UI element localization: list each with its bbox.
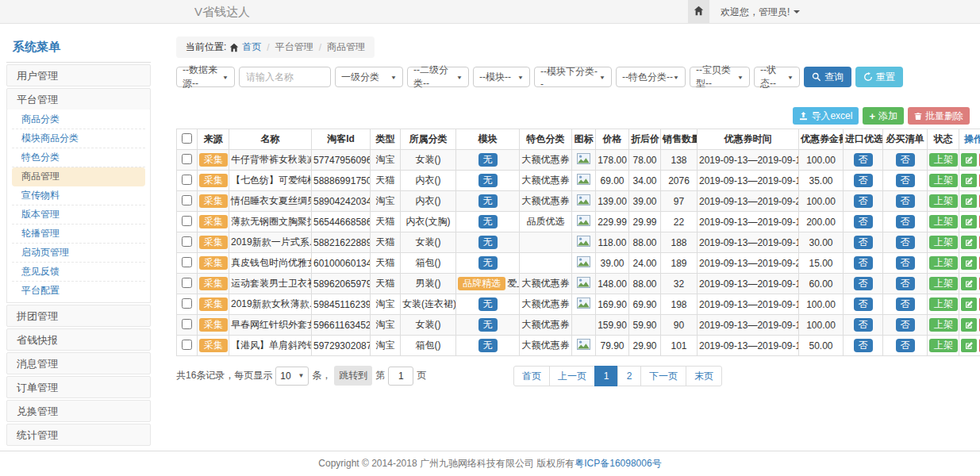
import-select-toggle[interactable]: 否: [854, 236, 873, 249]
import-select-toggle[interactable]: 否: [854, 194, 873, 208]
import-select-toggle[interactable]: 否: [854, 215, 873, 228]
query-button[interactable]: 查询: [804, 67, 851, 87]
row-checkbox[interactable]: [182, 319, 192, 329]
import-select-toggle[interactable]: 否: [854, 153, 873, 167]
per-page-select[interactable]: 10 ▼: [275, 367, 309, 386]
must-buy-toggle[interactable]: 否: [896, 318, 915, 332]
level2-category-select[interactable]: --二级分类--▼: [407, 67, 469, 87]
sidebar-item-8[interactable]: 轮播管理: [12, 225, 145, 244]
sidebar-item-17[interactable]: 统计管理: [6, 424, 151, 446]
must-buy-toggle[interactable]: 否: [896, 236, 915, 249]
import-select-toggle[interactable]: 否: [854, 318, 873, 332]
sidebar-item-1[interactable]: 平台管理: [6, 88, 151, 110]
sidebar-item-3[interactable]: 模块商品分类: [12, 129, 145, 148]
status-toggle[interactable]: 上架: [929, 194, 958, 208]
edit-button[interactable]: [961, 318, 977, 332]
sidebar-item-7[interactable]: 版本管理: [12, 205, 145, 225]
edit-button[interactable]: [961, 277, 977, 290]
must-buy-toggle[interactable]: 否: [896, 194, 915, 208]
module-badge[interactable]: 无: [478, 339, 498, 352]
module-select[interactable]: --模块--▼: [473, 67, 530, 87]
edit-button[interactable]: [961, 256, 977, 270]
row-checkbox[interactable]: [182, 175, 192, 185]
edit-button[interactable]: [961, 215, 977, 228]
breadcrumb-home-link[interactable]: 首页: [242, 40, 261, 54]
edit-button[interactable]: [961, 174, 977, 187]
status-toggle[interactable]: 上架: [929, 298, 958, 311]
must-buy-toggle[interactable]: 否: [896, 174, 915, 187]
row-checkbox[interactable]: [182, 340, 192, 350]
import-select-toggle[interactable]: 否: [854, 174, 873, 187]
sidebar-item-0[interactable]: 用户管理: [6, 64, 151, 86]
must-buy-toggle[interactable]: 否: [896, 339, 915, 352]
row-checkbox[interactable]: [182, 216, 192, 226]
module-badge[interactable]: 品牌精选: [458, 277, 505, 290]
module-badge[interactable]: 无: [478, 153, 498, 167]
import-excel-button[interactable]: 导入excel: [793, 107, 859, 125]
batch-delete-button[interactable]: 批量删除: [908, 107, 970, 125]
module-badge[interactable]: 无: [478, 194, 498, 208]
must-buy-toggle[interactable]: 否: [896, 215, 915, 228]
must-buy-toggle[interactable]: 否: [896, 256, 915, 270]
row-checkbox[interactable]: [182, 257, 192, 267]
pager-button-4[interactable]: 下一页: [640, 366, 686, 386]
sidebar-item-9[interactable]: 启动页管理: [12, 244, 145, 263]
row-checkbox[interactable]: [182, 298, 192, 309]
row-checkbox[interactable]: [182, 195, 192, 205]
status-toggle[interactable]: 上架: [929, 153, 958, 167]
jump-button[interactable]: 跳转到: [334, 366, 372, 386]
must-buy-toggle[interactable]: 否: [896, 277, 915, 290]
sidebar-item-2[interactable]: 商品分类: [12, 110, 145, 129]
module-badge[interactable]: 无: [478, 215, 498, 228]
user-menu[interactable]: 欢迎您，管理员!: [721, 6, 800, 19]
edit-button[interactable]: [961, 236, 977, 249]
must-buy-toggle[interactable]: 否: [896, 298, 915, 311]
home-button[interactable]: [688, 0, 709, 24]
status-toggle[interactable]: 上架: [929, 256, 958, 270]
module-badge[interactable]: 无: [478, 256, 498, 270]
pager-button-3[interactable]: 2: [617, 366, 641, 386]
add-button[interactable]: + 添加: [863, 107, 904, 125]
sidebar-item-6[interactable]: 宣传物料: [12, 186, 145, 205]
sidebar-item-4[interactable]: 特色分类: [12, 148, 145, 167]
select-all-checkbox[interactable]: [182, 133, 192, 144]
feature-category-select[interactable]: --特色分类--▼: [616, 67, 686, 87]
pager-button-5[interactable]: 末页: [686, 366, 722, 386]
status-toggle[interactable]: 上架: [929, 174, 958, 187]
item-type-select[interactable]: --宝贝类型--▼: [690, 67, 750, 87]
import-select-toggle[interactable]: 否: [854, 256, 873, 270]
status-toggle[interactable]: 上架: [929, 277, 958, 290]
pager-button-1[interactable]: 上一页: [549, 366, 595, 386]
must-buy-toggle[interactable]: 否: [896, 153, 915, 167]
module-badge[interactable]: 无: [478, 236, 498, 249]
edit-button[interactable]: [961, 194, 977, 208]
import-select-toggle[interactable]: 否: [854, 339, 873, 352]
sidebar-item-16[interactable]: 兑换管理: [6, 400, 151, 422]
import-select-toggle[interactable]: 否: [854, 298, 873, 311]
sidebar-item-5[interactable]: 商品管理: [12, 167, 145, 186]
reset-button[interactable]: 重置: [855, 67, 903, 87]
module-subcategory-select[interactable]: --模块下分类--▼: [534, 67, 612, 87]
sidebar-item-12[interactable]: 拼团管理: [6, 305, 151, 327]
status-toggle[interactable]: 上架: [929, 339, 958, 352]
page-number-input[interactable]: [388, 367, 413, 386]
pager-button-2[interactable]: 1: [594, 366, 618, 386]
edit-button[interactable]: [961, 298, 977, 311]
status-toggle[interactable]: 上架: [929, 236, 958, 249]
status-toggle[interactable]: 上架: [929, 215, 958, 228]
module-badge[interactable]: 无: [478, 298, 498, 311]
import-select-toggle[interactable]: 否: [854, 277, 873, 290]
sidebar-item-15[interactable]: 订单管理: [6, 376, 151, 398]
pager-button-0[interactable]: 首页: [513, 366, 550, 386]
edit-button[interactable]: [961, 153, 977, 167]
row-checkbox[interactable]: [182, 278, 192, 288]
level1-category-select[interactable]: 一级分类▼: [335, 67, 403, 87]
sidebar-item-13[interactable]: 省钱快报: [6, 328, 151, 351]
status-select[interactable]: --状态--▼: [754, 67, 800, 87]
module-badge[interactable]: 无: [478, 318, 498, 332]
status-toggle[interactable]: 上架: [929, 318, 958, 332]
row-checkbox[interactable]: [182, 236, 192, 247]
data-source-select[interactable]: --数据来源--▼: [176, 67, 235, 87]
row-checkbox[interactable]: [182, 154, 192, 164]
module-badge[interactable]: 无: [478, 174, 498, 187]
